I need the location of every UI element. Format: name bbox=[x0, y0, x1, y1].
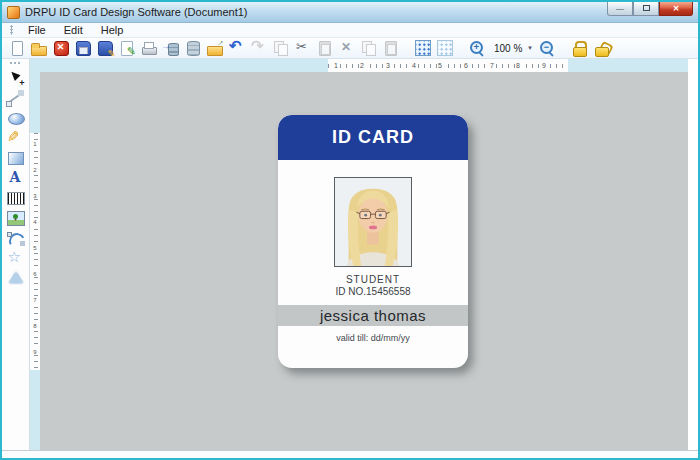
h-ruler-number: 6 bbox=[463, 60, 469, 71]
paste-special-icon[interactable] bbox=[382, 39, 400, 57]
app-window: DRPU ID Card Design Software (Document1)… bbox=[0, 0, 700, 460]
minimize-icon[interactable]: — bbox=[607, 2, 633, 16]
database-icon[interactable] bbox=[184, 39, 202, 57]
ellipse-tool-icon[interactable] bbox=[5, 108, 27, 128]
portrait-image bbox=[335, 178, 411, 266]
design-canvas[interactable]: ID CARD bbox=[40, 72, 688, 450]
print-icon[interactable] bbox=[140, 39, 158, 57]
vertical-ruler-ticks: 1 2 3 4 5 6 7 8 9 bbox=[30, 133, 40, 370]
tool-palette bbox=[2, 59, 30, 450]
redo-icon[interactable] bbox=[250, 39, 268, 57]
import-database-icon[interactable] bbox=[162, 39, 180, 57]
v-ruler-number: 6 bbox=[30, 271, 40, 277]
lock-icon[interactable] bbox=[570, 39, 588, 57]
card-header-band[interactable]: ID CARD bbox=[278, 115, 468, 160]
v-ruler-number: 4 bbox=[30, 219, 40, 225]
v-ruler-number: 9 bbox=[30, 349, 40, 355]
menu-help[interactable]: Help bbox=[92, 24, 133, 36]
maximize-icon[interactable] bbox=[633, 2, 659, 16]
barcode-tool-icon[interactable] bbox=[5, 188, 27, 208]
h-ruler-number: 9 bbox=[541, 60, 547, 71]
snap-grid-icon[interactable] bbox=[436, 39, 454, 57]
edit-icon[interactable] bbox=[118, 39, 136, 57]
delete-icon[interactable] bbox=[338, 39, 356, 57]
menu-file[interactable]: File bbox=[19, 24, 55, 36]
save-as-icon[interactable] bbox=[96, 39, 114, 57]
h-ruler-number: 8 bbox=[515, 60, 521, 71]
unlock-icon[interactable] bbox=[592, 39, 610, 57]
curve-tool-icon[interactable] bbox=[5, 228, 27, 248]
duplicate-icon[interactable] bbox=[360, 39, 378, 57]
save-icon[interactable] bbox=[74, 39, 92, 57]
triangle-tool-icon[interactable] bbox=[5, 268, 27, 288]
select-tool-icon[interactable] bbox=[5, 68, 27, 88]
zoom-level-value[interactable]: 100 % bbox=[490, 43, 524, 54]
image-tool-icon[interactable] bbox=[5, 208, 27, 228]
toolbar-grip-icon bbox=[10, 25, 13, 35]
rectangle-tool-icon[interactable] bbox=[5, 148, 27, 168]
v-ruler-number: 8 bbox=[30, 323, 40, 329]
status-bar bbox=[2, 450, 698, 458]
card-valid-till-text[interactable]: valid till: dd/mm/yy bbox=[278, 333, 468, 343]
line-tool-icon[interactable] bbox=[5, 88, 27, 108]
star-tool-icon[interactable] bbox=[5, 248, 27, 268]
title-bar[interactable]: DRPU ID Card Design Software (Document1)… bbox=[2, 2, 698, 23]
zoom-in-icon[interactable] bbox=[468, 39, 486, 57]
export-folder-icon[interactable] bbox=[206, 39, 224, 57]
v-ruler-number: 1 bbox=[30, 141, 40, 147]
v-ruler-number: 5 bbox=[30, 245, 40, 251]
h-ruler-number: 5 bbox=[437, 60, 443, 71]
horizontal-ruler-ticks: 1 2 3 4 5 6 7 8 9 bbox=[328, 59, 568, 72]
h-ruler-number: 4 bbox=[411, 60, 417, 71]
undo-icon[interactable] bbox=[228, 39, 246, 57]
palette-grip-icon bbox=[9, 61, 22, 65]
card-title[interactable]: ID CARD bbox=[332, 127, 414, 148]
card-name-band[interactable]: jessica thomas bbox=[278, 305, 468, 326]
main-toolbar: 100 % ▾ bbox=[2, 38, 698, 59]
close-icon[interactable]: ✕ bbox=[659, 2, 693, 16]
card-photo[interactable] bbox=[334, 177, 412, 267]
zoom-out-icon[interactable] bbox=[538, 39, 556, 57]
pencil-tool-icon[interactable] bbox=[5, 128, 27, 148]
h-ruler-number: 3 bbox=[385, 60, 391, 71]
menu-bar: File Edit Help bbox=[2, 23, 698, 38]
cut-icon[interactable] bbox=[294, 39, 312, 57]
card-role-text[interactable]: STUDENT bbox=[278, 274, 468, 285]
zoom-dropdown-icon[interactable]: ▾ bbox=[528, 44, 534, 52]
close-document-icon[interactable] bbox=[52, 39, 70, 57]
maximize-glyph bbox=[643, 5, 650, 11]
horizontal-ruler: 1 2 3 4 5 6 7 8 9 bbox=[30, 59, 688, 72]
window-title: DRPU ID Card Design Software (Document1) bbox=[25, 6, 248, 18]
card-id-number[interactable]: ID NO.15456558 bbox=[278, 286, 468, 297]
copy-icon[interactable] bbox=[272, 39, 290, 57]
v-ruler-number: 7 bbox=[30, 297, 40, 303]
open-icon[interactable] bbox=[30, 39, 48, 57]
app-icon bbox=[7, 6, 20, 19]
show-grid-icon[interactable] bbox=[414, 39, 432, 57]
new-document-icon[interactable] bbox=[8, 39, 26, 57]
card-name-text[interactable]: jessica thomas bbox=[320, 307, 426, 324]
menu-edit[interactable]: Edit bbox=[55, 24, 92, 36]
h-ruler-number: 7 bbox=[489, 60, 495, 71]
vertical-ruler: 1 2 3 4 5 6 7 8 9 bbox=[30, 59, 40, 450]
paste-icon[interactable] bbox=[316, 39, 334, 57]
id-card-design[interactable]: ID CARD bbox=[278, 115, 468, 368]
h-ruler-number: 2 bbox=[359, 60, 365, 71]
text-tool-icon[interactable] bbox=[5, 168, 27, 188]
v-ruler-number: 2 bbox=[30, 167, 40, 173]
v-ruler-number: 3 bbox=[30, 193, 40, 199]
h-ruler-number: 1 bbox=[333, 60, 339, 71]
